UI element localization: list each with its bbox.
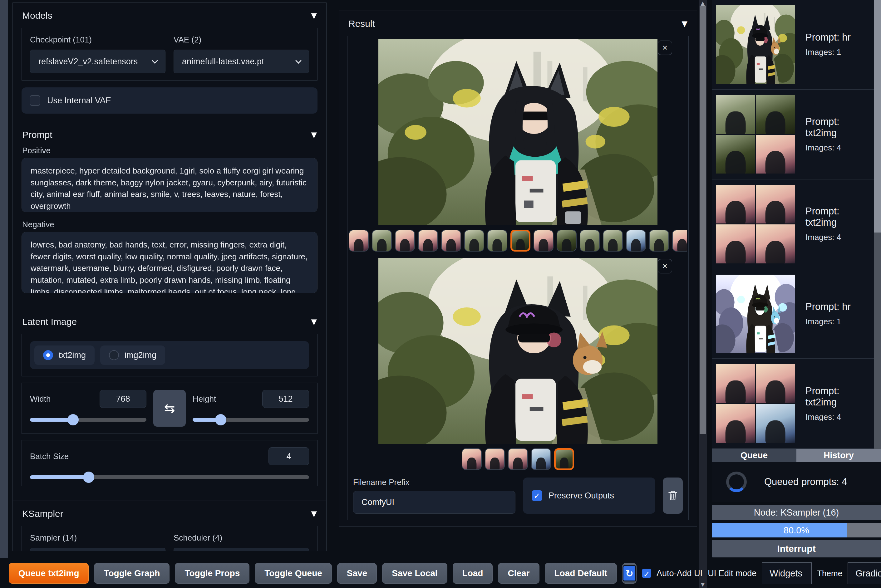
ksampler-section: KSampler ▼ Sampler (14) dpmpp_2s_ancestr… — [13, 501, 326, 551]
close-image-1-button[interactable]: × — [658, 40, 672, 55]
auto-add-ui-checkbox[interactable] — [642, 568, 651, 578]
sampler-dropdown[interactable]: dpmpp_2s_ancestral — [30, 548, 165, 551]
history-item-thumbnail[interactable] — [716, 185, 795, 263]
latent-section-header[interactable]: Latent Image ▼ — [13, 309, 326, 333]
swap-dimensions-button[interactable]: ⇆ — [153, 390, 186, 427]
gallery-thumbnail[interactable] — [580, 230, 600, 252]
gallery-thumbnail[interactable] — [418, 230, 438, 252]
gallery-thumbnail[interactable] — [534, 230, 554, 252]
collapse-caret-icon[interactable]: ▼ — [311, 317, 317, 326]
gallery-thumbnail[interactable] — [349, 230, 369, 252]
history-item[interactable]: Prompt: txt2img Images: 4 — [712, 180, 874, 269]
toolbar-button[interactable]: Toggle Props — [175, 563, 249, 584]
sidebar-scrollbar[interactable] — [874, 0, 881, 449]
positive-prompt-input[interactable]: masterpiece, hyper detailed background, … — [21, 158, 318, 212]
toolbar-button[interactable]: Clear — [498, 563, 539, 584]
vae-dropdown[interactable]: animefull-latest.vae.pt — [174, 50, 309, 74]
history-item[interactable]: Prompt: hr Images: 1 — [712, 269, 874, 359]
result-image-1[interactable] — [378, 39, 657, 225]
toolbar-button[interactable]: Toggle Queue — [255, 563, 332, 584]
interrupt-button[interactable]: Interrupt — [712, 540, 881, 557]
history-art-cell — [756, 364, 795, 403]
gallery-thumbnail[interactable] — [372, 230, 392, 252]
prompt-section-header[interactable]: Prompt ▼ — [13, 122, 326, 146]
batch-size-slider[interactable] — [30, 476, 309, 479]
history-item-thumbnail[interactable] — [716, 364, 795, 443]
gallery-thumbnail[interactable] — [441, 230, 461, 252]
gallery-thumbnail[interactable] — [626, 230, 646, 252]
history-item[interactable]: Prompt: txt2img Images: 4 — [712, 90, 874, 180]
tab-queue[interactable]: Queue — [712, 449, 796, 462]
gallery-thumbnail[interactable] — [531, 448, 551, 470]
mode-txt2img-radio[interactable]: txt2img — [35, 345, 95, 365]
swap-icon: ⇆ — [164, 401, 175, 416]
collapse-caret-icon[interactable]: ▼ — [311, 11, 317, 20]
toolbar-button[interactable]: Save Local — [382, 563, 447, 584]
tab-history[interactable]: History — [796, 449, 881, 462]
toolbar-button[interactable]: Load — [453, 563, 493, 584]
main-scrollbar-thumb[interactable] — [699, 6, 706, 434]
collapse-caret-icon[interactable]: ▼ — [311, 130, 317, 139]
gallery-thumbnail[interactable] — [649, 230, 669, 252]
toolbar-button[interactable]: Load Default — [545, 563, 617, 584]
height-slider[interactable] — [193, 418, 309, 422]
result-section-header[interactable]: Result ▼ — [339, 11, 697, 34]
mode-img2img-radio[interactable]: img2img — [100, 345, 165, 365]
gallery-thumbnail[interactable] — [395, 230, 415, 252]
height-input[interactable] — [262, 390, 309, 408]
main-scrollbar[interactable]: ▲ ▼ — [699, 0, 707, 588]
refresh-ui-button[interactable]: ↻ — [622, 563, 636, 584]
gallery-thumbnail[interactable] — [485, 448, 505, 470]
history-item-thumbnail[interactable] — [716, 5, 795, 84]
result-panel: Result ▼ × × Filename Prefix — [339, 10, 697, 526]
history-item-thumbnail[interactable] — [716, 95, 795, 174]
scheduler-field: Scheduler (4) karras — [174, 533, 309, 551]
toolbar-button[interactable]: Toggle Graph — [94, 563, 170, 584]
gallery-thumbnail[interactable] — [510, 230, 530, 252]
result-image-2[interactable] — [378, 258, 657, 444]
ksampler-section-header[interactable]: KSampler ▼ — [13, 501, 326, 525]
queued-prompts-text: Queued prompts: 4 — [764, 476, 847, 488]
history-item-prompt: Prompt: hr — [806, 301, 851, 312]
width-slider[interactable] — [30, 418, 146, 422]
preserve-outputs-checkbox[interactable] — [532, 490, 542, 501]
negative-prompt-input[interactable]: lowres, bad anatomy, bad hands, text, er… — [21, 232, 318, 293]
use-internal-vae-checkbox[interactable] — [30, 95, 40, 106]
width-label: Width — [30, 394, 51, 404]
gallery-thumbnail[interactable] — [464, 230, 484, 252]
theme-select[interactable]: Gradio Dark — [848, 562, 881, 584]
size-group: Width ⇆ Height — [21, 382, 318, 434]
gallery-thumbnail[interactable] — [603, 230, 623, 252]
gallery-thumbnail[interactable] — [554, 448, 574, 470]
left-scroll-gutter[interactable] — [0, 0, 8, 558]
close-image-2-button[interactable]: × — [658, 259, 672, 273]
width-input[interactable] — [100, 390, 146, 408]
checkpoint-dropdown[interactable]: refslaveV2_v2.safetensors — [30, 50, 165, 74]
scheduler-dropdown[interactable]: karras — [174, 548, 309, 551]
queue-history-tabs: Queue History — [712, 449, 881, 462]
batch-size-input[interactable] — [269, 447, 309, 465]
collapse-caret-icon[interactable]: ▼ — [682, 20, 687, 28]
history-item[interactable]: Prompt: hr Images: 1 — [712, 0, 874, 90]
gallery-thumbnail[interactable] — [462, 448, 482, 470]
ui-edit-mode-select[interactable]: Widgets — [762, 562, 812, 584]
sidebar-scrollbar-thumb[interactable] — [874, 0, 881, 232]
sampler-field: Sampler (14) dpmpp_2s_ancestral — [30, 533, 165, 551]
width-field: Width — [30, 390, 146, 422]
collapse-caret-icon[interactable]: ▼ — [311, 509, 317, 518]
scroll-up-arrow-icon[interactable]: ▲ — [699, 0, 707, 6]
negative-label: Negative — [22, 220, 317, 230]
result-gallery: × × Filename Prefix Preserve Outputs — [347, 36, 689, 520]
gallery-thumbnail[interactable] — [672, 230, 687, 252]
history-item[interactable]: Prompt: txt2img Images: 4 — [712, 359, 874, 449]
models-section-header[interactable]: Models ▼ — [13, 3, 326, 27]
toolbar-button[interactable]: Save — [337, 563, 377, 584]
toolbar-button[interactable]: Queue txt2img — [9, 563, 89, 584]
filename-prefix-input[interactable] — [353, 491, 515, 514]
gallery-thumbnail[interactable] — [557, 230, 576, 252]
gallery-thumbnail[interactable] — [508, 448, 528, 470]
history-item-thumbnail[interactable] — [716, 274, 795, 353]
parameters-panel: Models ▼ Checkpoint (101) refslaveV2_v2.… — [12, 3, 327, 551]
clear-outputs-button[interactable] — [663, 477, 683, 514]
gallery-thumbnail[interactable] — [487, 230, 507, 252]
